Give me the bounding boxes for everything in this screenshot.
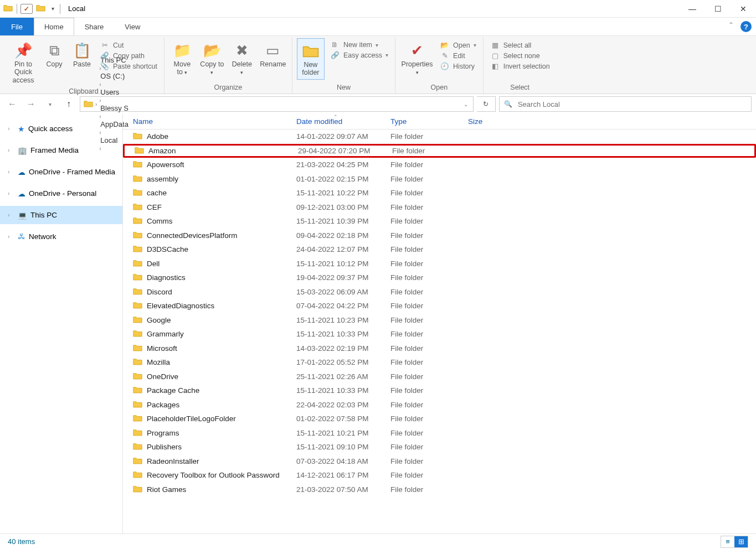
- file-type: File folder: [390, 429, 468, 437]
- select-none-button[interactable]: ▢Select none: [488, 51, 552, 60]
- file-row[interactable]: Google15-11-2021 10:23 PMFile folder: [123, 313, 756, 328]
- ribbon-collapse-icon[interactable]: ⌃: [726, 18, 736, 35]
- nav-onedrive-framed[interactable]: ›☁OneDrive - Framed Media: [0, 163, 122, 181]
- nav-network[interactable]: ›🖧Network: [0, 227, 122, 246]
- file-row[interactable]: assembly01-01-2022 02:15 PMFile folder: [123, 172, 756, 187]
- file-list[interactable]: Adobe14-01-2022 09:07 AMFile folderAmazo…: [123, 130, 756, 534]
- column-name[interactable]: Name: [133, 117, 296, 126]
- file-row[interactable]: Comms15-11-2021 10:39 PMFile folder: [123, 214, 756, 229]
- open-button[interactable]: 📂Open: [438, 40, 479, 50]
- up-button[interactable]: ↑: [61, 96, 76, 112]
- chevron-right-icon[interactable]: ›: [94, 101, 98, 107]
- back-button[interactable]: ←: [4, 96, 20, 112]
- details-view-button[interactable]: ≡: [721, 536, 734, 547]
- file-row[interactable]: Package Cache15-11-2021 10:33 PMFile fol…: [123, 384, 756, 398]
- folder-icon: [133, 216, 142, 226]
- select-all-button[interactable]: ▦Select all: [488, 40, 552, 50]
- file-row[interactable]: OneDrive25-11-2021 02:26 AMFile folder: [123, 370, 756, 384]
- file-row[interactable]: Discord15-03-2022 06:09 AMFile folder: [123, 285, 756, 299]
- copy-button[interactable]: ⧉ Copy: [42, 38, 66, 70]
- qat-dropdown-icon[interactable]: ▾: [49, 6, 56, 12]
- file-row[interactable]: D3DSCache24-04-2022 12:07 PMFile folder: [123, 242, 756, 257]
- tab-share[interactable]: Share: [74, 18, 115, 35]
- invert-selection-button[interactable]: ◧Invert selection: [488, 61, 552, 71]
- file-row[interactable]: Adobe14-01-2022 09:07 AMFile folder: [123, 130, 756, 144]
- group-select: ▦Select all ▢Select none ◧Invert selecti…: [484, 37, 557, 94]
- column-type[interactable]: Type: [390, 117, 468, 126]
- folder-icon: [133, 372, 142, 381]
- nav-quick-access[interactable]: ›★Quick access: [0, 120, 122, 138]
- file-row[interactable]: ConnectedDevicesPlatform09-04-2022 02:18…: [123, 229, 756, 243]
- new-item-button[interactable]: 🗎New item: [328, 40, 390, 49]
- rename-button[interactable]: ▭ Rename: [259, 38, 287, 70]
- file-row[interactable]: Diagnostics19-04-2022 09:37 PMFile folde…: [123, 271, 756, 285]
- folder-icon: [3, 4, 13, 14]
- file-row[interactable]: Riot Games21-03-2022 07:50 AMFile folder: [123, 483, 756, 497]
- paste-shortcut-button[interactable]: 📎Paste shortcut: [97, 61, 160, 71]
- edit-button[interactable]: ✎Edit: [438, 51, 479, 60]
- help-icon[interactable]: ?: [740, 21, 752, 32]
- maximize-button[interactable]: ☐: [705, 0, 731, 17]
- file-date: 14-12-2021 06:17 PM: [296, 471, 390, 479]
- refresh-button[interactable]: ↻: [477, 96, 496, 112]
- easy-access-button[interactable]: 🔗Easy access: [328, 50, 390, 60]
- nav-onedrive-personal[interactable]: ›☁OneDrive - Personal: [0, 184, 122, 203]
- history-button[interactable]: 🕘History: [438, 61, 479, 71]
- breadcrumb-item[interactable]: Blessy S: [98, 104, 131, 112]
- file-date: 15-11-2021 10:33 PM: [296, 330, 390, 338]
- search-box[interactable]: 🔍: [499, 96, 752, 112]
- thumbnails-view-button[interactable]: ⊞: [734, 536, 748, 547]
- file-name: OneDrive: [147, 372, 178, 381]
- copy-to-button[interactable]: 📂 Copy to ▾: [199, 38, 225, 79]
- file-row[interactable]: cache15-11-2021 10:22 PMFile folder: [123, 186, 756, 200]
- file-row[interactable]: Apowersoft21-03-2022 04:25 PMFile folder: [123, 158, 756, 172]
- column-date[interactable]: Date modified: [296, 117, 390, 126]
- file-row[interactable]: Dell15-11-2021 10:12 PMFile folder: [123, 257, 756, 271]
- file-row[interactable]: Microsoft14-03-2022 02:19 PMFile folder: [123, 341, 756, 356]
- close-button[interactable]: ✕: [731, 0, 756, 17]
- address-box[interactable]: › This PC›OS (C:)›Users›Blessy S›AppData…: [80, 96, 474, 112]
- file-row[interactable]: Publishers15-11-2021 09:10 PMFile folder: [123, 440, 756, 454]
- file-row[interactable]: Programs15-11-2021 10:21 PMFile folder: [123, 426, 756, 441]
- group-clipboard: 📌 Pin to Quick access ⧉ Copy 📋 Paste ✂Cu…: [3, 37, 164, 94]
- file-row[interactable]: PlaceholderTileLogoFolder01-02-2022 07:5…: [123, 412, 756, 426]
- file-row[interactable]: ElevatedDiagnostics07-04-2022 04:22 PMFi…: [123, 299, 756, 313]
- nav-this-pc[interactable]: ›💻This PC: [0, 206, 122, 224]
- recent-locations-button[interactable]: ▾: [42, 96, 58, 112]
- address-dropdown-icon[interactable]: ⌄: [461, 96, 471, 112]
- tab-file[interactable]: File: [0, 18, 34, 35]
- search-input[interactable]: [517, 100, 747, 109]
- tabs-bar: File Home Share View ⌃ ?: [0, 18, 756, 35]
- tab-home[interactable]: Home: [34, 18, 74, 35]
- file-row[interactable]: Grammarly15-11-2021 10:33 PMFile folder: [123, 327, 756, 341]
- tab-view[interactable]: View: [114, 18, 151, 35]
- chevron-right-icon[interactable]: ›: [98, 97, 102, 103]
- properties-button[interactable]: ✔ Properties ▾: [400, 38, 434, 79]
- file-row[interactable]: Packages22-04-2022 02:03 PMFile folder: [123, 398, 756, 412]
- file-name: Diagnostics: [147, 273, 186, 282]
- folder-icon: [133, 358, 142, 367]
- file-row[interactable]: Mozilla17-01-2022 05:52 PMFile folder: [123, 355, 756, 370]
- group-select-label: Select: [488, 82, 552, 94]
- file-row[interactable]: Recovery Toolbox for Outlook Password14-…: [123, 468, 756, 483]
- file-name: Adobe: [147, 132, 168, 141]
- move-to-button[interactable]: 📁 Move to ▾: [169, 38, 196, 79]
- file-row[interactable]: CEF09-12-2021 03:00 PMFile folder: [123, 200, 756, 215]
- cut-button[interactable]: ✂Cut: [97, 40, 160, 50]
- forward-button[interactable]: →: [23, 96, 39, 112]
- file-row[interactable]: RadeonInstaller07-03-2022 04:18 AMFile f…: [123, 454, 756, 469]
- column-size[interactable]: Size: [468, 117, 523, 126]
- separator: [60, 4, 60, 14]
- paste-button[interactable]: 📋 Paste: [70, 38, 94, 70]
- new-folder-button[interactable]: New folder: [297, 38, 325, 80]
- minimize-button[interactable]: —: [680, 0, 705, 17]
- pin-to-quick-access-button[interactable]: 📌 Pin to Quick access: [8, 38, 39, 86]
- copy-path-button[interactable]: 🔗Copy path: [97, 51, 160, 60]
- qat-properties-icon[interactable]: ✓: [20, 4, 33, 14]
- history-icon: 🕘: [440, 62, 450, 70]
- nav-framed-media[interactable]: ›🏢Framed Media: [0, 141, 122, 159]
- file-name: Programs: [147, 429, 179, 437]
- file-row[interactable]: Amazon29-04-2022 07:20 PMFile folder: [123, 144, 756, 158]
- file-type: File folder: [390, 273, 468, 282]
- delete-button[interactable]: ✖ Delete ▾: [229, 38, 255, 79]
